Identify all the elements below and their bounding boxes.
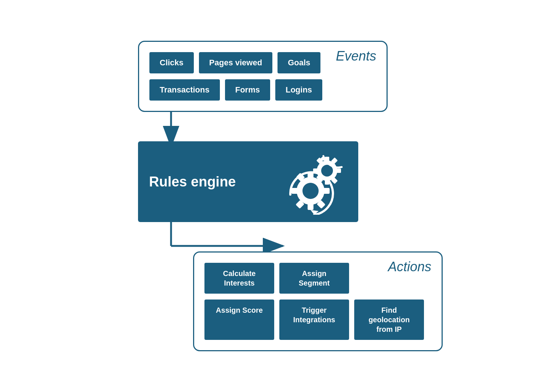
actions-container: Actions Calculate Interests Assign Segme… xyxy=(193,251,443,351)
rules-to-actions-arrow xyxy=(138,222,424,255)
svg-rect-18 xyxy=(313,168,318,173)
find-geolocation-button[interactable]: Find geolocation from IP xyxy=(354,300,424,340)
svg-rect-16 xyxy=(325,179,329,185)
logins-button[interactable]: Logins xyxy=(275,79,322,101)
rules-engine-label: Rules engine xyxy=(149,174,236,190)
events-to-rules-arrow xyxy=(138,112,182,141)
assign-score-button[interactable]: Assign Score xyxy=(204,300,274,340)
assign-segment-button[interactable]: Assign Segment xyxy=(279,263,349,294)
transactions-button[interactable]: Transactions xyxy=(149,79,220,101)
events-row-2: Transactions Forms Logins xyxy=(149,79,376,101)
svg-rect-7 xyxy=(291,188,298,194)
svg-rect-6 xyxy=(323,188,330,194)
trigger-integrations-button[interactable]: Trigger Integrations xyxy=(279,300,349,340)
events-label: Events xyxy=(336,48,376,64)
clicks-button[interactable]: Clicks xyxy=(149,52,194,73)
actions-row-2: Assign Score Trigger Integrations Find g… xyxy=(204,300,431,340)
svg-rect-5 xyxy=(308,203,313,210)
diagram: Events Clicks Pages viewed Goals Transac… xyxy=(127,30,428,362)
goals-button[interactable]: Goals xyxy=(278,52,320,73)
gears-icon xyxy=(274,149,347,215)
svg-point-3 xyxy=(302,183,319,199)
calculate-interests-button[interactable]: Calculate Interests xyxy=(204,263,274,294)
rules-engine-box: Rules engine xyxy=(138,141,358,222)
svg-rect-17 xyxy=(336,168,341,173)
forms-button[interactable]: Forms xyxy=(225,79,270,101)
events-container: Events Clicks Pages viewed Goals Transac… xyxy=(138,41,388,112)
pages-viewed-button[interactable]: Pages viewed xyxy=(199,52,272,73)
actions-label: Actions xyxy=(388,259,431,275)
